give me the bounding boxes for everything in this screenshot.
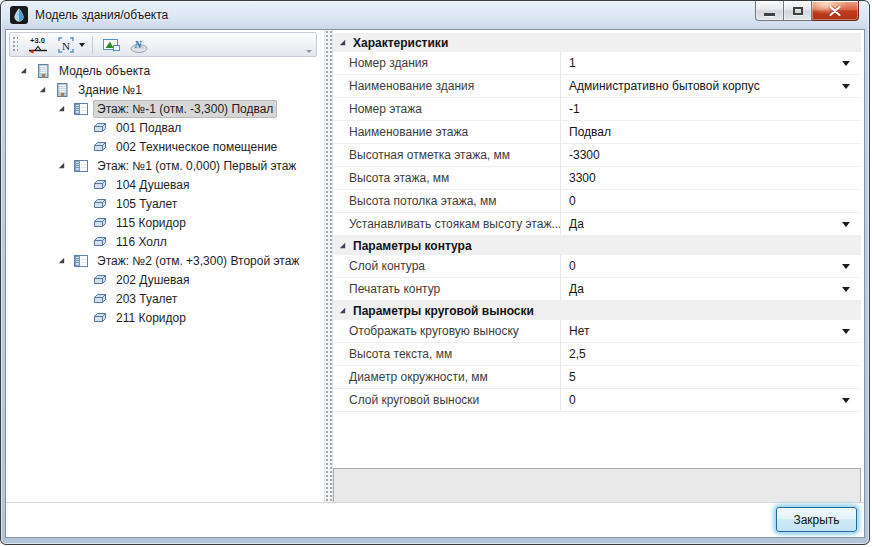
tree-item[interactable]: Этаж: №1 (отм. 0,000) Первый этаж (8, 156, 324, 175)
tree-indent (8, 127, 74, 128)
tree-item-label[interactable]: Этаж: №1 (отм. 0,000) Первый этаж (93, 157, 300, 175)
svg-text:+3.0: +3.0 (30, 36, 45, 45)
tree-item-label[interactable]: 115 Коридор (112, 214, 190, 232)
tree-item[interactable]: Этаж: №-1 (отм. -3,300) Подвал (8, 99, 324, 118)
tree-item-label[interactable]: 104 Душевая (112, 176, 193, 194)
tree-item[interactable]: 203 Туалет (8, 289, 324, 308)
tree-item[interactable]: 002 Техническое помещение (8, 137, 324, 156)
property-value[interactable]: -3300 (561, 144, 861, 166)
tree-item-label[interactable]: Модель объекта (55, 62, 154, 80)
section-title: Параметры круговой выноски (353, 304, 534, 318)
property-row: Наименование зданияАдминистративно бытов… (333, 75, 861, 98)
property-value[interactable]: 0 (561, 389, 861, 411)
property-value-text: Да (569, 282, 584, 296)
tree-item[interactable]: 202 Душевая (8, 270, 324, 289)
north-arrow-button[interactable]: N (125, 34, 153, 56)
dialog-window: Модель здания/объекта (0, 0, 870, 545)
tree-item-label[interactable]: 211 Коридор (112, 309, 190, 327)
toolbar-grip[interactable] (13, 37, 18, 53)
property-value[interactable]: 5 (561, 366, 861, 388)
section-header[interactable]: Характеристики (333, 33, 861, 52)
expander-placeholder (74, 312, 86, 324)
property-value[interactable]: 3300 (561, 167, 861, 189)
view-frame-button[interactable] (97, 34, 125, 56)
elevation-mark-button[interactable]: +3.0 (23, 34, 53, 56)
dropdown-arrow-icon[interactable] (842, 222, 850, 227)
tree-item-label[interactable]: Этаж: №-1 (отм. -3,300) Подвал (93, 100, 277, 118)
tree-item-label[interactable]: 002 Техническое помещение (112, 138, 281, 156)
property-value[interactable]: 2,5 (561, 343, 861, 365)
tree-item-label[interactable]: 116 Холл (112, 233, 171, 251)
svg-text:N: N (134, 39, 143, 50)
dropdown-arrow-icon[interactable] (842, 287, 850, 292)
tree-item[interactable]: Модель объекта (8, 61, 324, 80)
property-value-text: 0 (569, 194, 576, 208)
property-value[interactable]: Да (561, 278, 861, 300)
section-collapse-icon[interactable] (338, 241, 347, 250)
tree-item[interactable]: 105 Туалет (8, 194, 324, 213)
expander-placeholder (74, 122, 86, 134)
client-area: +3.0NN Модель объектаЗдание №1Этаж: №-1 … (5, 29, 865, 538)
splitter[interactable] (324, 30, 333, 502)
property-value[interactable]: Подвал (561, 121, 861, 143)
section-header[interactable]: Параметры круговой выноски (333, 301, 861, 320)
property-value[interactable]: Нет (561, 320, 861, 342)
tree-indent (8, 279, 74, 280)
minimize-button[interactable] (755, 1, 784, 21)
tree-item-label[interactable]: Здание №1 (74, 81, 146, 99)
close-window-button[interactable] (812, 1, 859, 21)
close-dialog-button[interactable]: Закрыть (776, 507, 857, 532)
building-icon (35, 63, 51, 79)
property-value-text: Подвал (569, 125, 611, 139)
titlebar[interactable]: Модель здания/объекта (1, 1, 869, 29)
property-label: Отображать круговую выноску (333, 320, 561, 342)
tree-item-label[interactable]: 203 Туалет (112, 290, 181, 308)
property-label: Слой круговой выноски (333, 389, 561, 411)
property-value[interactable]: 0 (561, 255, 861, 277)
tree-indent (8, 203, 74, 204)
axis-label-button[interactable]: N (53, 34, 88, 56)
section-header[interactable]: Параметры контура (333, 236, 861, 255)
dropdown-caret-icon[interactable] (79, 43, 85, 47)
property-row: Слой контура0 (333, 255, 861, 278)
tree-item-label[interactable]: 105 Туалет (112, 195, 181, 213)
dropdown-arrow-icon[interactable] (842, 61, 850, 66)
property-label: Номер этажа (333, 98, 561, 120)
expander-icon[interactable] (55, 103, 67, 115)
property-value[interactable]: -1 (561, 98, 861, 120)
tree-indent (8, 298, 74, 299)
axis-label-icon: N (56, 35, 76, 55)
dropdown-arrow-icon[interactable] (842, 84, 850, 89)
section-collapse-icon[interactable] (338, 38, 347, 47)
tree-item-label[interactable]: 001 Подвал (112, 119, 185, 137)
tree-item-label[interactable]: 202 Душевая (112, 271, 193, 289)
maximize-button[interactable] (784, 1, 812, 21)
tree-item[interactable]: 116 Холл (8, 232, 324, 251)
property-label: Высота этажа, мм (333, 167, 561, 189)
toolbar-overflow-button[interactable] (304, 45, 314, 55)
tree-item[interactable]: 115 Коридор (8, 213, 324, 232)
tree-item[interactable]: 001 Подвал (8, 118, 324, 137)
property-value-text: -3300 (569, 148, 600, 162)
expander-icon[interactable] (55, 160, 67, 172)
property-value[interactable]: Административно бытовой корпус (561, 75, 861, 97)
property-row: Высота текста, мм2,5 (333, 343, 861, 366)
tree: Модель объектаЗдание №1Этаж: №-1 (отм. -… (8, 61, 324, 502)
dropdown-arrow-icon[interactable] (842, 398, 850, 403)
tree-item-label[interactable]: Этаж: №2 (отм. +3,300) Второй этаж (93, 252, 303, 270)
tree-item[interactable]: Здание №1 (8, 80, 324, 99)
section-collapse-icon[interactable] (338, 306, 347, 315)
expander-icon[interactable] (17, 65, 29, 77)
expander-icon[interactable] (36, 84, 48, 96)
dropdown-arrow-icon[interactable] (842, 264, 850, 269)
tree-item[interactable]: 211 Коридор (8, 308, 324, 327)
dropdown-arrow-icon[interactable] (842, 329, 850, 334)
property-value[interactable]: 0 (561, 190, 861, 212)
property-value[interactable]: 1 (561, 52, 861, 74)
property-value[interactable]: Да (561, 213, 861, 235)
tree-item[interactable]: Этаж: №2 (отм. +3,300) Второй этаж (8, 251, 324, 270)
tree-item[interactable]: 104 Душевая (8, 175, 324, 194)
property-row: Номер здания1 (333, 52, 861, 75)
expander-icon[interactable] (55, 255, 67, 267)
property-value-text: 1 (569, 56, 576, 70)
